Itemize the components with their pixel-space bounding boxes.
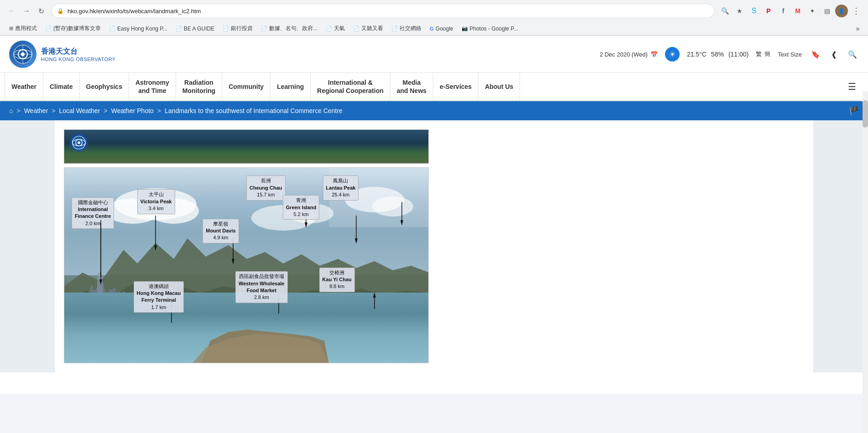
bookmark-google[interactable]: G Google bbox=[426, 24, 457, 33]
header-bookmark-button[interactable]: 🔖 bbox=[809, 48, 822, 61]
page-scrollbar[interactable] bbox=[863, 91, 868, 394]
bookmark-8[interactable]: 📄 社交網絡 bbox=[388, 23, 425, 34]
nav-item-astronomy[interactable]: Astronomyand Time bbox=[129, 73, 176, 100]
url-input[interactable] bbox=[68, 8, 709, 15]
nav-item-weather[interactable]: Weather bbox=[5, 73, 43, 100]
svg-point-8 bbox=[78, 142, 80, 144]
breadcrumb-weather-photo-link[interactable]: Weather Photo bbox=[111, 107, 154, 114]
hko-logo-circle bbox=[9, 41, 36, 68]
scrollbar-thumb[interactable] bbox=[863, 100, 868, 128]
sun-icon: ☀ bbox=[669, 50, 676, 59]
landmark-lantau-peak: 鳳凰山 Lantau Peak 25.4 km bbox=[323, 175, 359, 200]
hamburger-menu-button[interactable]: ☰ bbox=[841, 73, 863, 100]
landmark-mount-davis: 摩星嶺 Mount Davis 4.9 km bbox=[203, 219, 239, 243]
temperature-display: 21.5°C bbox=[687, 51, 707, 58]
date-text: 2 Dec 2020 (Wed) bbox=[600, 51, 648, 58]
hko-logo[interactable]: 香港天文台 HONG KONG OBSERVATORY bbox=[9, 41, 116, 68]
bookmark-6[interactable]: 📄 天氣 bbox=[322, 23, 348, 34]
search-engine-button[interactable]: 🔍 bbox=[718, 5, 731, 17]
bookmark-label-photos: Photos - Google P... bbox=[470, 26, 519, 32]
bookmark-7[interactable]: 📄 又聽又看 bbox=[349, 23, 387, 34]
hko-watermark-top bbox=[70, 134, 88, 152]
bookmark-3[interactable]: 📄 BE A GUIDE bbox=[172, 24, 218, 33]
hko-website: 香港天文台 HONG KONG OBSERVATORY 2 Dec 2020 (… bbox=[0, 36, 868, 394]
nav-item-learning[interactable]: Learning bbox=[270, 73, 311, 100]
folder-icon-6: 📄 bbox=[326, 26, 332, 31]
nav-item-about[interactable]: About Us bbox=[478, 73, 520, 100]
lang-traditional[interactable]: 繁 bbox=[756, 50, 762, 58]
cast-button[interactable]: ▤ bbox=[821, 5, 833, 17]
folder-icon-5: 📄 bbox=[261, 26, 267, 31]
bookmark-1[interactable]: 📄 (暫存)數據博客文章 bbox=[42, 23, 104, 34]
header-share-button[interactable]: ❰ bbox=[829, 48, 839, 61]
landmark-victoria-peak: 太平山 Victoria Peak 3.4 km bbox=[137, 189, 175, 214]
landmark-green-island: 青洲 Green Island 5.2 km bbox=[283, 195, 320, 220]
lock-icon: 🔒 bbox=[57, 8, 64, 14]
extension-button[interactable]: f bbox=[777, 5, 790, 17]
bookmark-label-8: 社交網絡 bbox=[400, 25, 421, 32]
skype-button[interactable]: S bbox=[748, 5, 760, 17]
hko-header-right: 2 Dec 2020 (Wed) 📅 ☀ 21.5°C 58% (11:00) … bbox=[600, 47, 859, 62]
main-layout: 國際金融中心 International Finance Centre 2.0 … bbox=[0, 120, 868, 372]
bookmark-label: 應用程式 bbox=[15, 25, 37, 32]
page-wrapper: 國際金融中心 International Finance Centre 2.0 … bbox=[0, 120, 868, 394]
weather-stats: 21.5°C 58% (11:00) bbox=[687, 51, 748, 58]
breadcrumb-weather-link[interactable]: Weather bbox=[24, 107, 48, 114]
breadcrumb-bookmark-icon[interactable]: 🏴 bbox=[849, 106, 859, 116]
bookmark-4[interactable]: 📄 銀行投資 bbox=[219, 23, 256, 34]
bookmark-apps[interactable]: ⊞ 應用程式 bbox=[5, 23, 41, 34]
bookmark-label-3: BE A GUIDE bbox=[184, 26, 214, 32]
bookmarks-more-button[interactable]: » bbox=[853, 24, 863, 34]
header-search-button[interactable]: 🔍 bbox=[846, 48, 859, 61]
folder-icon-1: 📄 bbox=[45, 26, 52, 31]
nav-item-international[interactable]: International &Regional Cooperation bbox=[311, 73, 390, 100]
nav-item-climate[interactable]: Climate bbox=[43, 73, 80, 100]
folder-icon-2: 📄 bbox=[109, 26, 115, 31]
nav-item-community[interactable]: Community bbox=[222, 73, 270, 100]
browser-chrome: ← → ↻ 🔒 🔍 ★ S P f M ✦ ▤ 👤 ⋮ ⊞ 應用程式 📄 bbox=[0, 0, 868, 36]
landmark-kau-yi-chau: 交椅洲 Kau Yi Chau 8.8 km bbox=[319, 268, 355, 292]
extension2-button[interactable]: ✦ bbox=[806, 5, 819, 17]
bookmark-label-7: 又聽又看 bbox=[361, 25, 383, 32]
forward-button[interactable]: → bbox=[20, 5, 33, 17]
folder-icon-7: 📄 bbox=[353, 26, 359, 31]
bookmark-5[interactable]: 📄 數據、名句、政府... bbox=[257, 23, 321, 34]
back-button[interactable]: ← bbox=[5, 5, 18, 17]
breadcrumb-local-weather-link[interactable]: Local Weather bbox=[59, 107, 100, 114]
bookmark-label-6: 天氣 bbox=[334, 25, 345, 32]
right-sidebar bbox=[813, 120, 868, 372]
google-icon: G bbox=[430, 26, 434, 31]
bookmark-label-5: 數據、名句、政府... bbox=[269, 25, 317, 32]
landmark-ifc: 國際金融中心 International Finance Centre 2.0 … bbox=[72, 197, 114, 229]
landmark-western-wholesale: 西區副食品批發市場 Western Wholesale Food Market … bbox=[235, 271, 288, 303]
bookmark-star-button[interactable]: ★ bbox=[733, 5, 746, 17]
calendar-icon[interactable]: 📅 bbox=[650, 51, 658, 58]
text-size-label: Text Size bbox=[778, 51, 802, 58]
nav-item-media[interactable]: Mediaand News bbox=[390, 73, 433, 100]
left-sidebar bbox=[0, 120, 55, 372]
nav-item-geophysics[interactable]: Geophysics bbox=[80, 73, 129, 100]
gmail-button[interactable]: M bbox=[791, 5, 804, 17]
breadcrumb-sep-1: > bbox=[16, 107, 20, 114]
menu-button[interactable]: ⋮ bbox=[850, 5, 863, 17]
breadcrumb-sep-3: > bbox=[104, 107, 108, 114]
bookmark-photos[interactable]: 📷 Photos - Google P... bbox=[458, 24, 522, 33]
address-bar[interactable]: 🔒 bbox=[51, 4, 715, 18]
nav-item-radiation[interactable]: RadiationMonitoring bbox=[176, 73, 222, 100]
home-icon: ⌂ bbox=[9, 107, 13, 114]
humidity-display: 58% bbox=[711, 51, 724, 58]
top-image-partial bbox=[64, 129, 429, 164]
pinterest-button[interactable]: P bbox=[762, 5, 775, 17]
nav-item-eservices[interactable]: e-Services bbox=[433, 73, 478, 100]
folder-icon-4: 📄 bbox=[223, 26, 229, 31]
bookmark-label-4: 銀行投資 bbox=[231, 25, 253, 32]
bookmarks-bar: ⊞ 應用程式 📄 (暫存)數據博客文章 📄 Easy Hong Kong P..… bbox=[0, 22, 868, 36]
lang-simplified[interactable]: 簡 bbox=[764, 50, 770, 58]
profile-button[interactable]: 👤 bbox=[835, 5, 848, 17]
landmark-image: 國際金融中心 International Finance Centre 2.0 … bbox=[64, 167, 429, 363]
hko-logo-text: 香港天文台 HONG KONG OBSERVATORY bbox=[41, 47, 116, 62]
breadcrumb-home-link[interactable]: ⌂ bbox=[9, 107, 13, 114]
bookmark-2[interactable]: 📄 Easy Hong Kong P... bbox=[105, 24, 171, 33]
refresh-button[interactable]: ↻ bbox=[35, 5, 47, 17]
time-display: (11:00) bbox=[728, 51, 748, 58]
